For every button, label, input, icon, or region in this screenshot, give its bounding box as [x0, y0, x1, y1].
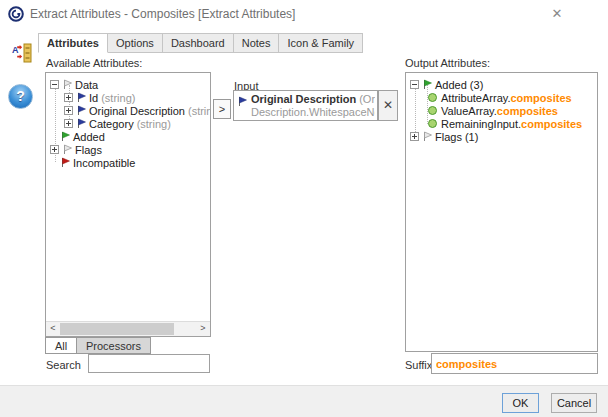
attribute-flag-icon — [237, 96, 248, 107]
filter-tab-processors[interactable]: Processors — [76, 337, 151, 354]
available-attributes-heading: Available Attributes: — [46, 57, 142, 69]
group-flag-icon — [62, 79, 73, 90]
help-question-icon: ? — [16, 88, 25, 104]
tree-node-data[interactable]: Data — [46, 78, 210, 91]
expand-plus-icon[interactable] — [64, 106, 73, 115]
horizontal-scrollbar[interactable]: < > — [46, 321, 210, 336]
tree-node-category[interactable]: Category (string) — [46, 117, 210, 130]
title-bar: Extract Attributes - Composites [Extract… — [0, 0, 608, 27]
expand-plus-icon[interactable] — [410, 132, 419, 141]
input-item-name: Original Description — [251, 93, 356, 105]
tree-node-original-description[interactable]: Original Description (string) — [46, 104, 210, 117]
expand-plus-icon[interactable] — [64, 119, 73, 128]
input-item-annotation-line2: Description.WhitespaceNorm — [251, 106, 375, 119]
incompatible-flag-icon — [60, 157, 71, 168]
tree-node-added-group[interactable]: Added (3) — [406, 78, 597, 91]
output-attributes-tree: Added (3) AttributeArray.composites Valu… — [405, 72, 598, 352]
tree-node-id[interactable]: Id (string) — [46, 91, 210, 104]
attribute-flag-icon — [76, 118, 87, 129]
suffix-highlight: composites — [511, 92, 572, 104]
expand-minus-icon[interactable] — [50, 80, 59, 89]
suffix-highlight: composites — [497, 105, 558, 117]
ok-button[interactable]: OK — [502, 393, 539, 413]
app-logo-icon — [8, 6, 24, 22]
scroll-right-icon[interactable]: > — [196, 322, 210, 336]
filter-tab-all[interactable]: All — [45, 337, 77, 354]
add-attribute-button[interactable]: > — [213, 99, 231, 119]
scrollbar-thumb[interactable] — [60, 323, 174, 335]
tab-icon-family[interactable]: Icon & Family — [278, 33, 363, 53]
help-button[interactable]: ? — [8, 84, 33, 109]
added-flag-icon — [60, 131, 71, 142]
group-flag-icon — [62, 144, 73, 155]
cancel-button[interactable]: Cancel — [551, 393, 597, 413]
expand-minus-icon[interactable] — [410, 80, 419, 89]
added-flag-icon — [422, 79, 433, 90]
tree-node-incompatible[interactable]: Incompatible — [46, 156, 210, 169]
dialog-tab-bar: Attributes Options Dashboard Notes Icon … — [38, 33, 362, 52]
close-icon[interactable]: ✕ — [546, 3, 568, 25]
tab-options[interactable]: Options — [107, 33, 163, 53]
output-attribute-dot-icon — [428, 106, 437, 115]
attribute-flag-icon — [76, 92, 87, 103]
input-item[interactable]: Original Description (Original Descripti… — [233, 90, 378, 121]
output-attribute-dot-icon — [428, 119, 437, 128]
suffix-label: Suffix — [405, 359, 432, 371]
input-item-annotation: (Original — [359, 93, 375, 105]
suffix-input[interactable] — [431, 353, 598, 374]
available-attributes-tree: Data Id (string) Original Description (s… — [45, 72, 211, 337]
tree-node-flags-group[interactable]: Flags (1) — [406, 130, 597, 143]
suffix-highlight: composites — [521, 118, 582, 130]
tree-node-attribute-array[interactable]: AttributeArray.composites — [406, 91, 597, 104]
tab-attributes[interactable]: Attributes — [38, 33, 108, 53]
extract-attributes-operator-icon: A — [11, 42, 33, 64]
search-label: Search — [46, 359, 81, 371]
remove-input-button[interactable]: ✕ — [378, 90, 398, 121]
tree-node-remaining-input[interactable]: RemainingInput.composites — [406, 117, 597, 130]
output-attributes-heading: Output Attributes: — [405, 57, 490, 69]
tree-node-value-array[interactable]: ValueArray.composites — [406, 104, 597, 117]
input-item-text: Original Description (Original Descripti… — [251, 93, 375, 119]
scroll-left-icon[interactable]: < — [46, 322, 60, 336]
search-input[interactable] — [88, 354, 210, 373]
tree-node-flags[interactable]: Flags — [46, 143, 210, 156]
tab-dashboard[interactable]: Dashboard — [162, 33, 234, 53]
group-flag-icon — [422, 131, 433, 142]
attribute-flag-icon — [76, 105, 87, 116]
tree-node-added[interactable]: Added — [46, 130, 210, 143]
window-title: Extract Attributes - Composites [Extract… — [30, 7, 295, 21]
expand-plus-icon[interactable] — [50, 145, 59, 154]
output-attribute-dot-icon — [428, 93, 437, 102]
expand-plus-icon[interactable] — [64, 93, 73, 102]
tab-notes[interactable]: Notes — [233, 33, 280, 53]
